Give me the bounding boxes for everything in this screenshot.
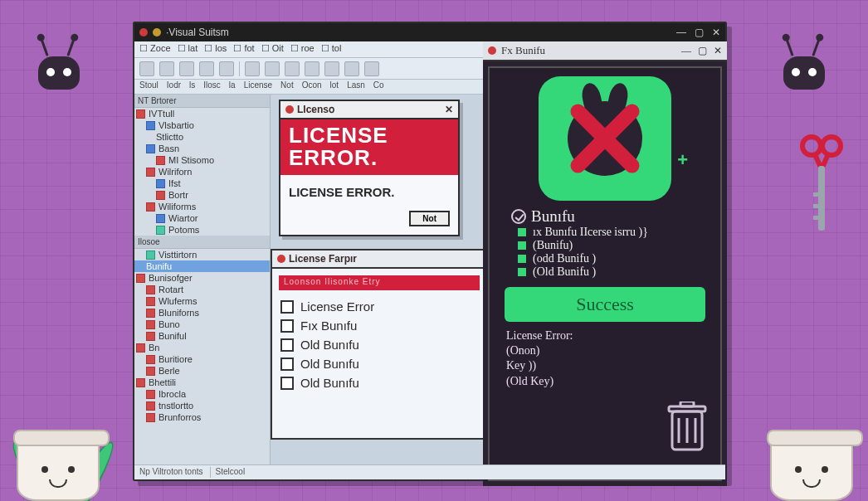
toolbar-btn[interactable] xyxy=(159,61,174,76)
submenu-item[interactable]: la xyxy=(229,80,236,93)
checklist-item[interactable]: Old Bunıfu xyxy=(280,354,478,373)
submenu-item[interactable]: Ilosc xyxy=(203,80,221,93)
submenu-item[interactable]: Ocon xyxy=(302,80,322,93)
menu-item[interactable]: ☐ tol xyxy=(321,43,342,56)
toolbar-btn[interactable] xyxy=(285,61,300,76)
traffic-min-icon[interactable] xyxy=(153,28,161,36)
bunifu-min-icon[interactable]: — xyxy=(681,45,691,57)
decor-bug-left xyxy=(30,43,88,93)
toolbar-btn[interactable] xyxy=(219,61,234,76)
tree-item[interactable]: Basn xyxy=(134,143,270,154)
checklist-item[interactable]: Fıx Bunıfu xyxy=(280,316,478,335)
tree-item[interactable]: Wilriforn xyxy=(134,166,270,178)
submenu-item[interactable]: Co xyxy=(373,80,384,93)
tree-label: Bortr xyxy=(168,190,188,200)
tree-item[interactable]: Buritiore xyxy=(134,353,270,365)
tree-item[interactable]: Bhettili xyxy=(134,377,270,388)
bunifu-panel: Fx Bunifu — ▢ ✕ + Bunıfu ıx Bunıfu IIcer… xyxy=(483,41,727,486)
tree-label: IVTtull xyxy=(149,109,174,119)
toolbar-btn[interactable] xyxy=(344,61,359,76)
checkbox-icon[interactable] xyxy=(280,338,294,352)
titlebar[interactable]: · Visual Suitsm — ▢ ✕ xyxy=(134,23,725,41)
tree-item[interactable]: Potoms xyxy=(134,224,270,236)
tree-item[interactable]: Buniful xyxy=(134,330,270,342)
submenu-item[interactable]: Not xyxy=(280,80,294,93)
bunifu-titlebar[interactable]: Fx Bunifu — ▢ ✕ xyxy=(483,41,727,61)
tree-label: Buritiore xyxy=(158,354,193,364)
tree-item[interactable]: Bunisofger xyxy=(134,272,270,284)
menu-item[interactable]: ☐ lat xyxy=(178,43,198,56)
tree-label: Buno xyxy=(158,319,180,329)
toolbar-btn[interactable] xyxy=(245,61,260,76)
tree-item[interactable]: Vlsbartio xyxy=(134,119,270,131)
tree-icon xyxy=(146,401,155,411)
checklist-item[interactable]: License Error xyxy=(280,297,478,316)
traffic-close-icon[interactable] xyxy=(139,28,148,36)
checkbox-icon[interactable] xyxy=(280,319,294,333)
tree-item[interactable]: tnstlortto xyxy=(134,400,270,411)
checkbox-icon[interactable] xyxy=(280,377,294,390)
menu-item[interactable]: ☐ Zoce xyxy=(139,43,171,56)
tree-item[interactable]: IVTtull xyxy=(134,108,270,119)
tree-icon xyxy=(146,320,155,329)
tree-item[interactable]: Wluferms xyxy=(134,295,270,307)
tree-item[interactable]: MI Stisomo xyxy=(134,154,270,166)
tree-item[interactable]: Visttirtorn xyxy=(134,249,270,260)
min-icon[interactable]: — xyxy=(676,27,686,38)
submenu-item[interactable]: License xyxy=(244,80,272,93)
checklist-item[interactable]: Old Bunıfu xyxy=(280,335,478,354)
submenu-item[interactable]: lot xyxy=(330,80,339,93)
checklist-label: Old Bunıfu xyxy=(300,357,359,371)
submenu-item[interactable]: Iodr xyxy=(167,80,181,93)
tree-item[interactable]: Bluniforns xyxy=(134,307,270,319)
plus-icon[interactable]: + xyxy=(677,149,688,171)
success-button[interactable]: Success xyxy=(505,287,705,322)
tree-item[interactable]: Bn xyxy=(134,342,270,353)
submenu-item[interactable]: Lasn xyxy=(347,80,365,93)
tree-label: Wilriforn xyxy=(158,167,192,177)
tree-item[interactable]: Berle xyxy=(134,365,270,377)
tree-item[interactable]: Buno xyxy=(134,319,270,330)
menu-item[interactable]: ☐ fot xyxy=(233,43,254,56)
tree-item[interactable]: Wiliforms xyxy=(134,201,270,212)
dialog-close-icon[interactable]: ✕ xyxy=(445,104,453,115)
checklist-item[interactable]: Old Bunıfu xyxy=(280,373,478,392)
tree-item[interactable]: Ibrocla xyxy=(134,388,270,400)
bunifu-max-icon[interactable]: ▢ xyxy=(698,45,707,57)
bunifu-logo: + xyxy=(539,76,671,201)
max-icon[interactable]: ▢ xyxy=(695,27,704,38)
bunifu-close-icon[interactable]: ✕ xyxy=(714,45,722,57)
menu-item[interactable]: ☐ roe xyxy=(290,43,315,56)
tree-item[interactable]: Bunifu xyxy=(134,260,270,272)
solution-explorer[interactable]: NT Brtorer IVTtullVlsbartioStlicttoBasnM… xyxy=(134,95,271,465)
submenu-item[interactable]: Stoul xyxy=(139,80,158,93)
submenu-item[interactable]: ls xyxy=(189,80,195,93)
menu-item[interactable]: ☐ los xyxy=(204,43,227,56)
tree-item[interactable]: Bortr xyxy=(134,189,270,201)
svg-rect-11 xyxy=(680,401,694,406)
tree-label: MI Stisomo xyxy=(168,155,214,165)
square-icon xyxy=(518,241,526,250)
tree-item[interactable]: Rotart xyxy=(134,284,270,295)
tree-label: tnstlortto xyxy=(158,401,193,411)
tree-icon xyxy=(136,274,145,283)
checkbox-icon[interactable] xyxy=(280,300,294,314)
dialog-ok-button[interactable]: Not xyxy=(409,211,450,226)
toolbar-btn[interactable] xyxy=(364,61,379,76)
trash-icon[interactable] xyxy=(666,401,709,456)
checkbox-icon[interactable] xyxy=(280,358,294,371)
toolbar-btn[interactable] xyxy=(199,61,214,76)
menu-item[interactable]: ☐ Oit xyxy=(261,43,284,56)
tree-label: Ibrocla xyxy=(158,389,186,399)
toolbar-btn[interactable] xyxy=(265,61,280,76)
toolbar-btn[interactable] xyxy=(305,61,319,76)
toolbar-btn[interactable] xyxy=(139,61,154,76)
tree-item[interactable]: Brunforros xyxy=(134,411,270,423)
toolbar-btn[interactable] xyxy=(324,61,339,76)
tree-item[interactable]: Wiartor xyxy=(134,212,270,224)
tree-item[interactable]: Ifst xyxy=(134,178,270,189)
tree-item[interactable]: Stlictto xyxy=(134,131,270,143)
close-icon[interactable]: ✕ xyxy=(712,27,720,38)
tree-icon xyxy=(136,378,145,387)
toolbar-btn[interactable] xyxy=(179,61,194,76)
